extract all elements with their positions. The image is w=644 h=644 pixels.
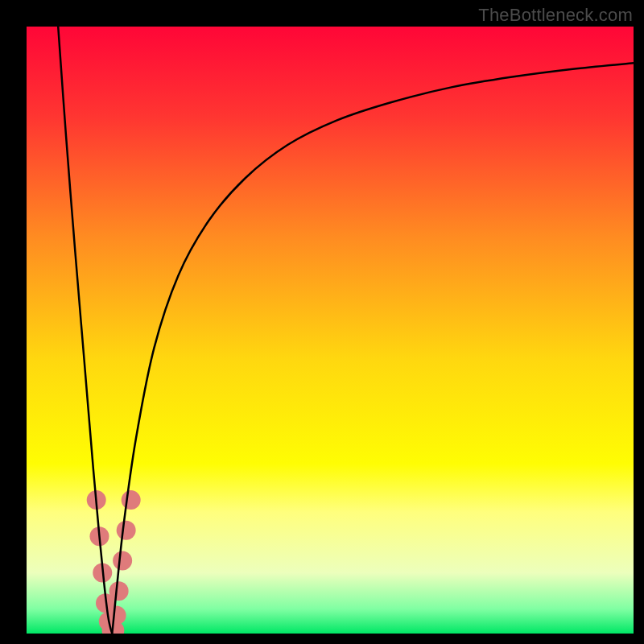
data-point (122, 490, 141, 510)
data-point (117, 521, 136, 540)
curve-layer (27, 27, 634, 634)
data-point (113, 551, 132, 571)
data-point (109, 581, 129, 601)
watermark-text: TheBottleneck.com (478, 5, 633, 26)
plot-area (27, 27, 634, 634)
chart-frame: TheBottleneck.com (0, 0, 644, 644)
bottleneck-right-curve (112, 63, 634, 634)
